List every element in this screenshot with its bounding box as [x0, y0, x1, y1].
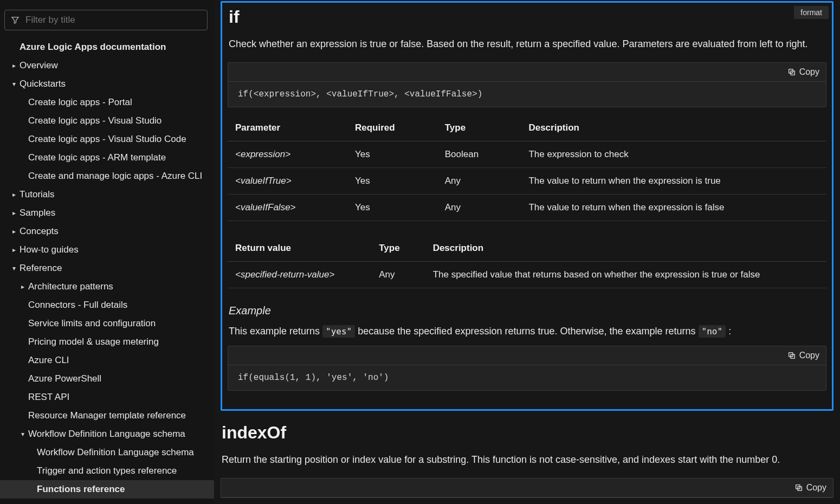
copy-label: Copy [806, 483, 826, 493]
cell-type: Any [437, 195, 521, 221]
format-badge[interactable]: format [794, 6, 829, 19]
copy-button[interactable]: Copy [794, 483, 826, 493]
nav-item-label: Create logic apps - Visual Studio [28, 115, 161, 126]
th-return: Return value [228, 237, 371, 262]
nav-item-label: Create and manage logic apps - Azure CLI [28, 171, 202, 181]
if-section: format if Check whether an expression is… [221, 1, 833, 411]
nav-item[interactable]: ▸Samples [0, 204, 214, 222]
chevron-right-icon: ▸ [20, 283, 26, 290]
th-rtype: Type [371, 237, 425, 262]
nav-item-label: Quickstarts [20, 79, 66, 89]
indexof-heading: indexOf [222, 423, 833, 443]
cell-desc: The expression to check [521, 141, 826, 168]
nav-item[interactable]: ▪GA - Schema history [0, 499, 214, 504]
nav-item[interactable]: ▪Create logic apps - Visual Studio Code [0, 130, 214, 148]
chevron-right-icon: ▸ [11, 228, 17, 235]
nav-item-label: Trigger and action types reference [37, 466, 177, 476]
cell-required: Yes [347, 168, 437, 195]
nav-item-label: Create logic apps - ARM template [28, 152, 166, 163]
cell-desc: The value to return when the expression … [521, 195, 826, 221]
table-row: <expression>YesBooleanThe expression to … [228, 141, 826, 168]
copy-label: Copy [799, 67, 819, 77]
copy-icon [794, 483, 803, 492]
if-return-table: Return value Type Description <specified… [228, 237, 826, 288]
copy-icon [787, 351, 796, 360]
nav-item-label: Azure CLI [28, 355, 69, 365]
sidebar-nav: ▪Azure Logic Apps documentation▸Overview… [0, 0, 214, 504]
chevron-right-icon: ▸ [11, 209, 17, 217]
return-desc: The specified value that returns based o… [425, 262, 826, 288]
nav-item[interactable]: ▸Tutorials [0, 185, 214, 204]
nav-item[interactable]: ▪Create logic apps - Visual Studio [0, 112, 214, 130]
nav-item-label: Tutorials [20, 189, 55, 199]
cell-required: Yes [347, 141, 437, 168]
nav-item[interactable]: ▪Create logic apps - ARM template [0, 148, 214, 167]
th-desc: Description [521, 117, 826, 141]
nav-item[interactable]: ▾Quickstarts [0, 75, 214, 93]
copy-label: Copy [799, 351, 819, 360]
nav-item[interactable]: ▪Resource Manager template reference [0, 406, 214, 425]
nav-item-label: Create logic apps - Visual Studio Code [28, 134, 186, 144]
nav-item[interactable]: ▸Architecture patterns [0, 277, 214, 296]
if-example-codeblock: Copy if(equals(1, 1), 'yes', 'no') [228, 346, 826, 391]
filter-field[interactable] [4, 10, 208, 30]
nav-item-label: Workflow Definition Language schema [28, 429, 185, 439]
cell-param: <expression> [228, 141, 347, 168]
nav-item[interactable]: ▪Functions reference [0, 480, 214, 499]
chevron-right-icon: ▸ [11, 246, 17, 254]
table-row: <specified-return-value> Any The specifi… [228, 262, 826, 288]
nav-item[interactable]: ▸Overview [0, 56, 214, 75]
nav-item[interactable]: ▪REST API [0, 388, 214, 406]
cell-desc: The value to return when the expression … [521, 168, 826, 195]
nav-item[interactable]: ▪Connectors - Full details [0, 296, 214, 314]
return-param: <specified-return-value> [228, 262, 371, 288]
nav-item[interactable]: ▪Create logic apps - Portal [0, 93, 214, 112]
nav-item[interactable]: ▸Concepts [0, 222, 214, 241]
nav-item[interactable]: ▪Create and manage logic apps - Azure CL… [0, 167, 214, 185]
cell-type: Any [437, 168, 521, 195]
chevron-right-icon: ▸ [11, 191, 17, 198]
cell-required: Yes [347, 195, 437, 221]
if-example-code: if(equals(1, 1), 'yes', 'no') [228, 365, 826, 390]
nav-item[interactable]: ▪Azure Logic Apps documentation [0, 38, 214, 56]
inline-code-yes: "yes" [322, 325, 355, 338]
copy-button[interactable]: Copy [787, 67, 819, 77]
th-rdesc: Description [425, 237, 826, 262]
nav-item-label: Azure Logic Apps documentation [20, 42, 166, 52]
nav-item-label: Concepts [20, 226, 59, 236]
filter-input[interactable] [25, 15, 202, 25]
nav-item[interactable]: ▪Azure PowerShell [0, 370, 214, 388]
nav-item[interactable]: ▾Workflow Definition Language schema [0, 425, 214, 443]
nav-item-label: Functions reference [37, 484, 125, 494]
nav-item[interactable]: ▪Trigger and action types reference [0, 462, 214, 480]
nav-item[interactable]: ▾Reference [0, 259, 214, 277]
nav-item-label: Azure PowerShell [28, 373, 101, 384]
if-syntax-codeblock: Copy if(<expression>, <valueIfTrue>, <va… [228, 62, 826, 107]
nav-item-label: Overview [20, 60, 58, 70]
nav-item[interactable]: ▪Workflow Definition Language schema [0, 443, 214, 462]
nav-item[interactable]: ▸How-to guides [0, 241, 214, 259]
nav-item-label: Create logic apps - Portal [28, 97, 132, 107]
nav-item[interactable]: ▪Service limits and configuration [0, 314, 214, 333]
indexof-codeblock: Copy [221, 478, 833, 498]
return-type: Any [371, 262, 425, 288]
nav-item[interactable]: ▪Pricing model & usage metering [0, 333, 214, 351]
nav-item-label: Service limits and configuration [28, 318, 156, 328]
nav-item[interactable]: ▪Azure CLI [0, 351, 214, 370]
th-parameter: Parameter [228, 117, 347, 141]
copy-button[interactable]: Copy [787, 351, 819, 360]
nav-item-label: Connectors - Full details [28, 300, 127, 310]
table-row: <valueIfTrue>YesAnyThe value to return w… [228, 168, 826, 195]
chevron-down-icon: ▾ [20, 430, 26, 438]
if-heading: if [229, 7, 826, 27]
nav-item-label: Pricing model & usage metering [28, 337, 159, 347]
chevron-down-icon: ▾ [11, 264, 17, 272]
chevron-down-icon: ▾ [11, 80, 17, 88]
chevron-right-icon: ▸ [11, 62, 17, 69]
nav-item-label: REST API [28, 392, 69, 402]
nav-item-label: Architecture patterns [28, 281, 113, 292]
th-required: Required [347, 117, 437, 141]
cell-type: Boolean [437, 141, 521, 168]
nav-item-label: Samples [20, 208, 55, 218]
nav-item-label: Reference [20, 263, 62, 273]
